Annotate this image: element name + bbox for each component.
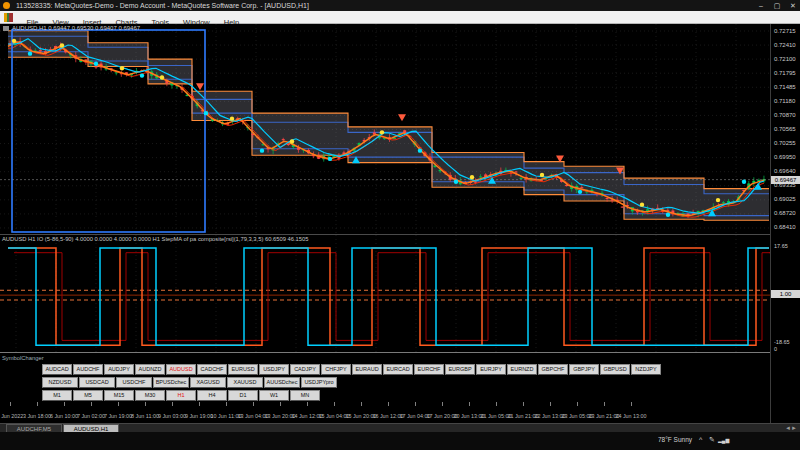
metatrader-window: { "window": { "title": "113528335: MetaQ… bbox=[0, 0, 800, 450]
timeframe-button-w1[interactable]: W1 bbox=[259, 390, 289, 401]
timeframe-button-h4[interactable]: H4 bbox=[197, 390, 227, 401]
symbol-button-audchf[interactable]: AUDCHF bbox=[73, 364, 103, 375]
window-separator-2[interactable] bbox=[0, 352, 770, 353]
symbol-button-eurjpy[interactable]: EURJPY bbox=[476, 364, 506, 375]
time-tick bbox=[37, 402, 38, 406]
indicator-axis-top: 17.65 bbox=[774, 243, 788, 249]
time-tick bbox=[307, 402, 308, 406]
price-label: 0.68410 bbox=[774, 224, 796, 230]
indicator-axis-zero: 0 bbox=[774, 346, 777, 352]
symbol-button-audcad[interactable]: AUDCAD bbox=[42, 364, 72, 375]
time-tick bbox=[64, 402, 65, 406]
window-title: 113528335: MetaQuotes-Demo - Demo Accoun… bbox=[16, 0, 309, 11]
indicator-levels bbox=[0, 290, 770, 300]
indicator-level-box: 1.00 bbox=[771, 290, 800, 298]
timeframe-button-m1[interactable]: M1 bbox=[42, 390, 72, 401]
metatrader-icon bbox=[3, 2, 10, 9]
symbol-button-usdcad[interactable]: USDCAD bbox=[79, 377, 115, 388]
price-label: 0.69950 bbox=[774, 154, 796, 160]
symbol-button-usdjpypro[interactable]: USDJPYpro bbox=[301, 377, 337, 388]
symbol-button-eurnzd[interactable]: EURNZD bbox=[507, 364, 537, 375]
menu-bar: FileViewInsertChartsToolsWindowHelp bbox=[0, 11, 800, 24]
symbol-button-xauusd[interactable]: XAUUSD bbox=[227, 377, 263, 388]
symbol-button-chfjpy[interactable]: CHFJPY bbox=[321, 364, 351, 375]
symbol-button-gbpusd[interactable]: GBPUSD bbox=[600, 364, 630, 375]
time-tick bbox=[631, 402, 632, 406]
time-tick bbox=[172, 402, 173, 406]
symbol-button-cadchf[interactable]: CADCHF bbox=[197, 364, 227, 375]
time-tick bbox=[91, 402, 92, 406]
chart-header: AUDUSD,H1 0.69447 0.69530 0.69407 0.6946… bbox=[12, 25, 140, 31]
symbol-button-eurchf[interactable]: EURCHF bbox=[414, 364, 444, 375]
chart-tabs-bar: ◄► AUDCHF,M5AUDUSD,H1 bbox=[0, 423, 800, 432]
time-tick bbox=[145, 402, 146, 406]
time-tick bbox=[550, 402, 551, 406]
network-icon[interactable]: ▂▄▆ bbox=[718, 432, 729, 448]
main-chart[interactable] bbox=[0, 24, 770, 234]
chart-window-icon bbox=[4, 13, 13, 22]
price-label: 0.69640 bbox=[774, 168, 796, 174]
symbol-button-euraud[interactable]: EURAUD bbox=[352, 364, 382, 375]
symbol-button-audusd[interactable]: AUDUSD bbox=[166, 364, 196, 375]
price-label: 0.72410 bbox=[774, 42, 796, 48]
indicator-chart[interactable] bbox=[0, 235, 770, 352]
price-label: 0.68720 bbox=[774, 210, 796, 216]
maximize-button[interactable]: ▢ bbox=[770, 0, 784, 11]
time-tick bbox=[415, 402, 416, 406]
price-label: 0.72100 bbox=[774, 56, 796, 62]
time-label: 7 Jun 19:00 bbox=[104, 413, 132, 419]
time-tick bbox=[496, 402, 497, 406]
symbol-button-eurusd[interactable]: EURUSD bbox=[228, 364, 258, 375]
symbol-button-cadjpy[interactable]: CADJPY bbox=[290, 364, 320, 375]
time-label: 3 Jun 2022 bbox=[0, 413, 23, 419]
time-tick bbox=[469, 402, 470, 406]
minimize-button[interactable]: – bbox=[754, 0, 768, 11]
symbol-button-audjpy[interactable]: AUDJPY bbox=[104, 364, 134, 375]
timeframe-button-m5[interactable]: M5 bbox=[73, 390, 103, 401]
symbol-button-eurcad[interactable]: EURCAD bbox=[383, 364, 413, 375]
symbolchanger-label: SymbolChanger bbox=[2, 355, 44, 361]
price-label: 0.71485 bbox=[774, 84, 796, 90]
time-tick bbox=[523, 402, 524, 406]
symbol-button-nzdusd[interactable]: NZDUSD bbox=[42, 377, 78, 388]
time-tick bbox=[604, 402, 605, 406]
timeframe-button-d1[interactable]: D1 bbox=[228, 390, 258, 401]
symbol-button-xagusd[interactable]: XAGUSD bbox=[190, 377, 226, 388]
timeframe-button-mn[interactable]: MN bbox=[290, 390, 320, 401]
time-tick bbox=[280, 402, 281, 406]
symbol-button-usdchf[interactable]: USDCHF bbox=[116, 377, 152, 388]
timeframe-button-h1[interactable]: H1 bbox=[166, 390, 196, 401]
symbol-button-usdjpy[interactable]: USDJPY bbox=[259, 364, 289, 375]
price-label: 0.70565 bbox=[774, 126, 796, 132]
timeframe-button-m15[interactable]: M15 bbox=[104, 390, 134, 401]
symbol-button-audnzd[interactable]: AUDNZD bbox=[135, 364, 165, 375]
price-label: 0.70870 bbox=[774, 112, 796, 118]
time-label: 3 Jun 18:00 bbox=[23, 413, 51, 419]
time-tick bbox=[199, 402, 200, 406]
time-tick bbox=[361, 402, 362, 406]
price-label: 0.71795 bbox=[774, 70, 796, 76]
price-label: 0.71180 bbox=[774, 98, 795, 104]
indicator-grid bbox=[16, 235, 736, 352]
symbol-button-nzdjpy[interactable]: NZDJPY bbox=[631, 364, 661, 375]
tray-chevron-icon[interactable]: ^ bbox=[699, 432, 702, 448]
indicator-axis-bottom: -18.65 bbox=[774, 339, 790, 345]
time-label: 8 Jun 11:00 bbox=[131, 413, 159, 419]
symbol-button-bpusdchec[interactable]: BPUSDchec bbox=[153, 377, 189, 388]
timeframe-button-m30[interactable]: M30 bbox=[135, 390, 165, 401]
time-tick bbox=[442, 402, 443, 406]
close-button[interactable]: ✕ bbox=[786, 0, 800, 11]
symbol-button-eurgbp[interactable]: EURGBP bbox=[445, 364, 475, 375]
price-label: 0.72715 bbox=[774, 28, 796, 34]
indicator-waves bbox=[8, 248, 770, 345]
tray-pen-icon[interactable]: ✎ bbox=[709, 432, 715, 448]
time-tick bbox=[577, 402, 578, 406]
price-label: 0.70255 bbox=[774, 140, 796, 146]
time-label: 7 Jun 02:00 bbox=[77, 413, 105, 419]
weather-text[interactable]: 78°F Sunny bbox=[658, 432, 692, 448]
price-label: 0.69025 bbox=[774, 196, 796, 202]
symbol-button-gbpjpy[interactable]: GBPJPY bbox=[569, 364, 599, 375]
symbol-button-gbpchf[interactable]: GBPCHF bbox=[538, 364, 568, 375]
time-tick bbox=[226, 402, 227, 406]
symbol-button-auusdchec[interactable]: AUUSDchec bbox=[264, 377, 300, 388]
